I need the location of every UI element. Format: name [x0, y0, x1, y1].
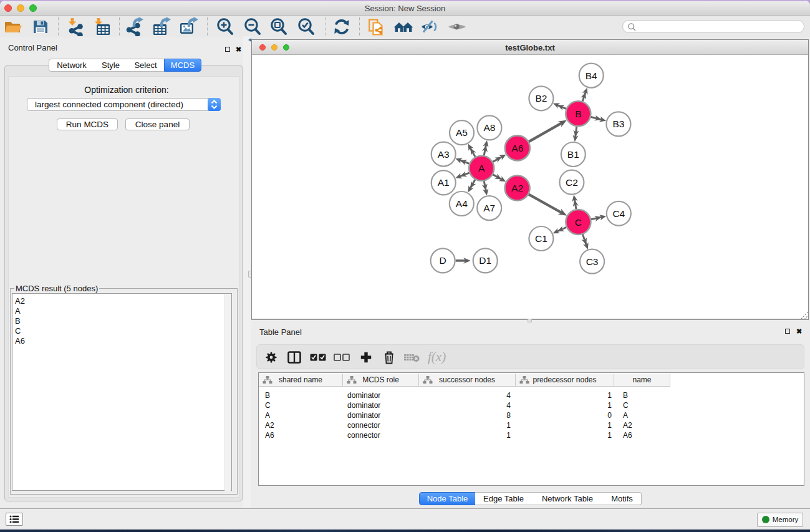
svg-text:A1: A1 — [438, 177, 450, 188]
svg-text:C1: C1 — [535, 233, 547, 244]
svg-text:D: D — [439, 255, 446, 266]
svg-text:C4: C4 — [612, 208, 625, 219]
svg-text:A3: A3 — [438, 149, 450, 160]
svg-text:C3: C3 — [586, 256, 599, 267]
svg-text:D1: D1 — [479, 255, 491, 266]
svg-text:A8: A8 — [483, 122, 495, 133]
svg-text:B3: B3 — [612, 118, 624, 129]
svg-text:B: B — [575, 109, 581, 119]
svg-text:B4: B4 — [586, 70, 597, 81]
svg-text:C2: C2 — [566, 177, 578, 188]
svg-text:A4: A4 — [456, 198, 468, 209]
svg-text:A5: A5 — [456, 127, 468, 138]
svg-text:C: C — [575, 217, 582, 228]
svg-text:A2: A2 — [511, 183, 523, 193]
svg-text:B1: B1 — [567, 149, 579, 160]
svg-text:A6: A6 — [511, 143, 523, 153]
svg-text:B2: B2 — [535, 93, 547, 104]
svg-text:A: A — [478, 163, 485, 173]
svg-text:A7: A7 — [483, 203, 495, 213]
